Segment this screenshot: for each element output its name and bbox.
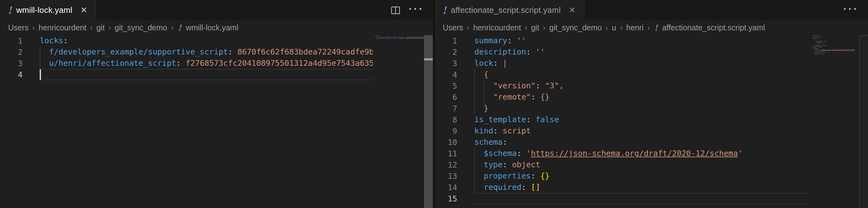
line-number[interactable]: 8	[435, 115, 457, 124]
breadcrumb-separator: ›	[617, 24, 626, 32]
breadcrumb-item[interactable]: git_sync_demo	[549, 23, 602, 32]
breadcrumb-item[interactable]: henricourdent	[472, 23, 522, 32]
breadcrumb-item[interactable]: Users	[7, 23, 29, 32]
indent-guide	[474, 159, 475, 171]
scrollbar-left[interactable]	[424, 35, 433, 208]
indent-guide	[474, 171, 475, 182]
yaml-file-icon: !	[654, 24, 657, 32]
breadcrumb-file[interactable]: wmill-lock.yaml	[185, 23, 239, 32]
line-number[interactable]: 1	[0, 36, 23, 46]
line-number[interactable]: 15	[435, 194, 457, 203]
line-number[interactable]: 4	[435, 70, 457, 79]
indent-guide	[474, 92, 475, 103]
code-text: {	[474, 69, 488, 80]
code-line[interactable]: 1locks:	[0, 35, 373, 46]
current-line-highlight	[40, 69, 373, 80]
tab-affectionate-script-yaml[interactable]: ! affectionate_script.script.yaml ✕	[435, 0, 584, 20]
editor-left[interactable]: 1locks:2 f/developers_example/supportive…	[0, 35, 433, 208]
breadcrumb-item[interactable]: git_sync_demo	[114, 23, 168, 32]
code-line[interactable]: 2description: ''	[435, 46, 807, 58]
code-line[interactable]: 3lock: |	[435, 58, 807, 69]
line-number[interactable]: 12	[435, 160, 457, 170]
breadcrumb-file[interactable]: affectionate_script.script.yaml	[662, 23, 766, 32]
code-line[interactable]: 10schema:	[435, 136, 807, 148]
indent-guide	[40, 46, 40, 58]
indent-guide	[474, 69, 475, 80]
line-number[interactable]: 11	[435, 149, 457, 158]
code-text: locks:	[40, 35, 68, 46]
breadcrumb-separator: ›	[87, 24, 96, 32]
minimap-right[interactable]: summary: ''description: ''lock: | { "ver…	[811, 35, 859, 208]
close-tab-icon[interactable]: ✕	[80, 5, 87, 15]
breadcrumb-item[interactable]: henri	[626, 23, 645, 32]
overview-ruler-right[interactable]	[859, 35, 868, 208]
tab-wmill-lock-yaml[interactable]: ! wmill-lock.yaml ✕	[0, 0, 96, 20]
code-line[interactable]: 8is_template: false	[435, 114, 807, 125]
current-line-highlight	[474, 193, 807, 204]
editor-right[interactable]: 1summary: ''2description: ''3lock: |4 {5…	[435, 35, 868, 208]
line-number[interactable]: 3	[0, 59, 23, 68]
code-line[interactable]: 11 $schema: 'https://json-schema.org/dra…	[435, 148, 807, 159]
tabbar-left: ! wmill-lock.yaml ✕ ···	[0, 0, 433, 20]
breadcrumb-item[interactable]: Users	[442, 23, 464, 32]
breadcrumb-item[interactable]: git	[96, 23, 105, 32]
breadcrumb-item[interactable]: henricourdent	[38, 23, 87, 32]
breadcrumb-separator: ›	[522, 24, 530, 32]
line-number[interactable]: 9	[435, 127, 457, 136]
breadcrumb-right: Users›henricourdent›git›git_sync_demo›u›…	[435, 20, 868, 35]
breadcrumb-separator: ›	[168, 24, 177, 32]
code-text: "version": "3",	[474, 80, 564, 92]
more-actions-icon[interactable]: ···	[409, 3, 424, 17]
yaml-file-icon: !	[442, 5, 446, 15]
line-number[interactable]: 7	[435, 104, 457, 113]
line-number[interactable]: 14	[435, 183, 457, 192]
code-line[interactable]: 9kind: script	[435, 125, 807, 136]
code-line[interactable]: 15	[435, 193, 807, 204]
editor-group-left: ! wmill-lock.yaml ✕ ··· Users›henricourd…	[0, 0, 433, 208]
minimap-left[interactable]: locks: f/developers_example/supportive_s…	[373, 35, 424, 208]
line-number[interactable]: 1	[435, 36, 457, 46]
indent-guide	[484, 80, 484, 92]
breadcrumb-separator: ›	[105, 24, 114, 32]
line-number[interactable]: 6	[435, 93, 457, 102]
line-number[interactable]: 4	[0, 70, 23, 79]
breadcrumb-item[interactable]: git	[530, 23, 540, 32]
code-line[interactable]: 4	[0, 69, 373, 80]
split-editor-icon[interactable]	[391, 5, 401, 15]
tab-actions-right: ···	[843, 0, 859, 20]
code-text: is_template: false	[474, 114, 559, 125]
code-line[interactable]: 14 required: []	[435, 182, 807, 193]
indent-guide	[474, 182, 475, 193]
code-text: "remote": {}	[474, 92, 550, 103]
line-number[interactable]: 13	[435, 172, 457, 181]
code-line[interactable]: 3 u/henri/affectionate_script: f2768573c…	[0, 58, 373, 69]
tabbar-right: ! affectionate_script.script.yaml ✕ ···	[435, 0, 868, 20]
indent-guide	[474, 103, 475, 114]
code-text: type: object	[474, 159, 540, 171]
breadcrumb-item[interactable]: u	[611, 23, 617, 32]
code-line[interactable]: 1summary: ''	[435, 35, 807, 46]
code-text: properties: {}	[474, 171, 550, 182]
line-number[interactable]: 2	[435, 48, 457, 57]
line-number[interactable]: 3	[435, 59, 457, 68]
yaml-file-icon: !	[7, 5, 12, 15]
close-tab-icon[interactable]: ✕	[569, 5, 576, 15]
line-number[interactable]: 5	[435, 81, 457, 90]
breadcrumb-separator: ›	[602, 24, 611, 32]
code-line[interactable]: 6 "remote": {}	[435, 92, 807, 103]
line-number[interactable]: 10	[435, 138, 457, 147]
vscode-window: ! wmill-lock.yaml ✕ ··· Users›henricourd…	[0, 0, 868, 208]
indent-guide	[484, 92, 484, 103]
code-line[interactable]: 4 {	[435, 69, 807, 80]
code-line[interactable]: 2 f/developers_example/supportive_script…	[0, 46, 373, 58]
code-line[interactable]: 7 }	[435, 103, 807, 114]
more-actions-icon[interactable]: ···	[843, 3, 859, 17]
line-number[interactable]: 2	[0, 48, 23, 57]
code-line[interactable]: 5 "version": "3",	[435, 80, 807, 92]
breadcrumb-left: Users›henricourdent›git›git_sync_demo›!w…	[0, 20, 433, 35]
code-text: description: ''	[474, 46, 545, 58]
code-line[interactable]: 13 properties: {}	[435, 171, 807, 182]
code-line[interactable]: 12 type: object	[435, 159, 807, 171]
breadcrumb-separator: ›	[540, 24, 549, 32]
code-text: summary: ''	[474, 35, 526, 46]
